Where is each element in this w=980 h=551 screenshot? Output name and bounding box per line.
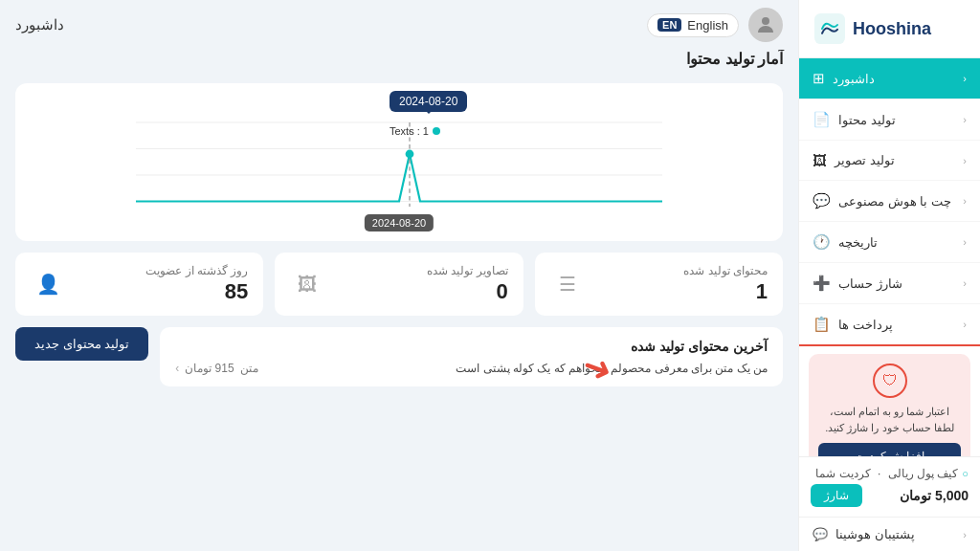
credit-label: ○ کیف پول ریالی · کردیت شما [811, 467, 969, 480]
recent-item: من یک متن برای معرفی محصولم میخواهم که ی… [175, 362, 768, 375]
wallet-icon: ○ [962, 468, 969, 479]
language-label: English [687, 18, 728, 33]
recent-section: آخرین محتوای تولید شده من یک متن برای مع… [160, 327, 783, 386]
sidebar-item-content-image: تولید تصویر 🖼 [813, 152, 895, 168]
sidebar-label-image: تولید تصویر [835, 153, 895, 167]
stat-card-days: روز گذشته از عضویت 85 👤 [15, 253, 263, 316]
new-content-button[interactable]: تولید محتوای جدید [15, 327, 148, 361]
credit-row: 5,000 تومان شارژ [811, 484, 969, 507]
sidebar-item-payments[interactable]: ‹ پرداخت ها 📋 [799, 304, 980, 346]
page-title: داشبورد [15, 16, 64, 33]
sidebar-item-content-history: تاریخچه 🕐 [813, 233, 878, 251]
chevron-payments: ‹ [963, 319, 967, 330]
topbar-right: داشبورد [15, 16, 64, 33]
sidebar-logo: Hooshina [799, 0, 980, 58]
sidebar-item-content-ai: چت با هوش مصنوعی 💬 [813, 192, 951, 209]
payments-icon: 📋 [813, 316, 831, 333]
stat-label-days: روز گذشته از عضویت [145, 264, 248, 277]
recent-item-type: متن [240, 362, 258, 375]
user-icon: 👤 [31, 267, 65, 301]
chart-legend: Texts : 1 [390, 125, 440, 137]
credit-amount: 5,000 تومان [900, 488, 969, 503]
sidebar-item-support[interactable]: ‹ پشتیبان هوشینا 💬 [799, 517, 980, 551]
stat-value-images: 0 [427, 279, 508, 304]
legend-dot [433, 127, 440, 135]
chevron-content: ‹ [963, 114, 967, 125]
chart-tooltip: 2024-08-20 [390, 91, 467, 112]
sidebar-item-content[interactable]: ‹ تولید محتوا 📄 [799, 99, 980, 141]
stat-card-images: تصاویر تولید شده 0 🖼 [275, 253, 523, 316]
image-prod-icon: 🖼 [813, 152, 827, 168]
ai-icon: 💬 [813, 192, 831, 209]
stat-text-images: تصاویر تولید شده 0 [427, 264, 508, 304]
charge-button[interactable]: شارژ [811, 484, 862, 507]
image-icon: 🖼 [290, 267, 324, 301]
support-label: پشتیبان هوشینا [835, 527, 915, 541]
recent-item-price: 915 تومان [185, 362, 234, 375]
stat-value-days: 85 [145, 279, 248, 304]
stat-label-content: محتوای تولید شده [683, 264, 768, 277]
sidebar-item-image[interactable]: ‹ تولید تصویر 🖼 [799, 141, 980, 181]
stat-card-content: محتوای تولید شده 1 ☰ [535, 253, 783, 316]
recent-title: آخرین محتوای تولید شده [175, 339, 768, 354]
sidebar-label-content: تولید محتوا [838, 113, 896, 127]
chevron-charge: ‹ [963, 277, 967, 289]
recent-item-text: من یک متن برای معرفی محصولم میخواهم که ی… [258, 362, 768, 375]
stats-row: محتوای تولید شده 1 ☰ تصاویر تولید شده 0 … [15, 253, 783, 316]
credit-warning-text: اعتبار شما رو به اتمام است، لطفا حساب خو… [818, 404, 961, 435]
chevron-history: ‹ [963, 236, 967, 248]
sidebar-item-content-charge: شارژ حساب ➕ [813, 275, 902, 292]
sidebar-label-payments: پرداخت ها [838, 318, 893, 332]
logo-text: Hooshina [853, 19, 931, 39]
history-icon: 🕐 [813, 233, 831, 251]
svg-point-0 [762, 17, 769, 25]
sidebar-bottom: ○ کیف پول ریالی · کردیت شما 5,000 تومان … [799, 456, 980, 517]
section-title: آمار تولید محتوا [15, 50, 783, 68]
support-icon: 💬 [813, 527, 828, 541]
sidebar-item-content-payments: پرداخت ها 📋 [813, 316, 893, 333]
sidebar: Hooshina ‹ داشبورد ⊞ ‹ تولید محتوا 📄 ‹ ت… [798, 0, 980, 551]
support-content: پشتیبان هوشینا 💬 [813, 527, 915, 541]
chevron-ai: ‹ [963, 195, 967, 207]
shield-icon: 🛡 [873, 364, 907, 398]
sidebar-label-history: تاریخچه [838, 235, 878, 250]
credit-section-label: کردیت شما [815, 467, 870, 480]
sidebar-item-content-content: تولید محتوا 📄 [813, 111, 896, 128]
chevron-dashboard: ‹ [963, 73, 967, 84]
svg-point-6 [406, 150, 414, 159]
chevron-icon: › [175, 362, 179, 375]
dashboard-icon: ⊞ [813, 70, 825, 87]
sidebar-item-content-dashboard: داشبورد ⊞ [813, 70, 875, 87]
legend-text: Texts : 1 [390, 125, 429, 137]
content-prod-icon: 📄 [813, 111, 831, 128]
language-badge: EN [657, 18, 681, 32]
content-body: آمار تولید محتوا 2024-08-20 Texts : 1 20… [0, 50, 798, 551]
sidebar-item-dashboard[interactable]: ‹ داشبورد ⊞ [799, 58, 980, 99]
sidebar-item-ai[interactable]: ‹ چت با هوش مصنوعی 💬 [799, 181, 980, 222]
sidebar-label-charge: شارژ حساب [838, 276, 902, 291]
bottom-row: آخرین محتوای تولید شده من یک متن برای مع… [15, 327, 783, 386]
sidebar-menu: ‹ داشبورد ⊞ ‹ تولید محتوا 📄 ‹ تولید تصوی… [799, 58, 980, 456]
sidebar-item-charge[interactable]: ‹ شارژ حساب ➕ [799, 263, 980, 304]
stat-text-days: روز گذشته از عضویت 85 [145, 264, 248, 304]
stat-value-content: 1 [683, 279, 768, 304]
chart-bottom-label: 2024-08-20 [365, 214, 434, 231]
avatar [748, 8, 783, 42]
stat-text-content: محتوای تولید شده 1 [683, 264, 768, 304]
chart-container: 2024-08-20 Texts : 1 2024-08-20 [15, 83, 783, 241]
sidebar-item-history[interactable]: ‹ تاریخچه 🕐 [799, 222, 980, 263]
content-icon: ☰ [550, 267, 585, 301]
wallet-label: کیف پول ریالی [888, 467, 959, 480]
sidebar-label-dashboard: داشبورد [833, 72, 875, 86]
language-selector[interactable]: English EN [647, 13, 739, 37]
increase-credit-button[interactable]: افزایش کردیت [818, 443, 961, 456]
stat-label-images: تصاویر تولید شده [427, 264, 508, 277]
recent-item-meta: متن 915 تومان › [175, 362, 257, 375]
topbar: English EN داشبورد [0, 0, 798, 50]
logo-icon [814, 13, 845, 44]
chevron-support: ‹ [963, 529, 967, 540]
credit-warning: 🛡 اعتبار شما رو به اتمام است، لطفا حساب … [809, 354, 970, 456]
sidebar-label-ai: چت با هوش مصنوعی [838, 194, 951, 209]
chevron-image: ‹ [963, 155, 967, 166]
charge-icon: ➕ [813, 275, 831, 292]
